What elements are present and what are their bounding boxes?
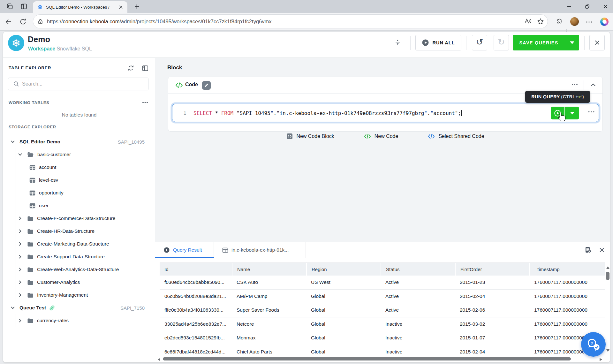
tree-item-create-web-analytics-data-structure[interactable]: Create-Web-Analytics-Data-Structure (3, 263, 155, 276)
extensions-icon[interactable] (556, 19, 563, 25)
tab-close-icon[interactable] (117, 4, 124, 11)
new-code-block-button[interactable]: New Code Block (286, 133, 334, 140)
tree-item-create-hr-data-structure[interactable]: Create-HR-Data-Structure (3, 225, 155, 238)
vertical-scroll-thumb[interactable] (606, 272, 609, 280)
tree-item-level-csv[interactable]: level-csv (3, 174, 155, 186)
play-circle-icon (422, 39, 429, 46)
tree-item-label: opportunity (39, 190, 64, 196)
window-close-button[interactable] (598, 0, 613, 13)
block-actions-row: New Code BlockNew CodeSelect Shared Code (168, 134, 603, 140)
read-aloud-icon[interactable] (524, 18, 532, 25)
horizontal-scroll-thumb[interactable] (163, 357, 571, 360)
favorites-star-icon[interactable] (537, 18, 544, 25)
chevron-right-icon[interactable] (18, 318, 22, 323)
table-cell: 2015-02-04 (455, 290, 529, 303)
table-row[interactable]: fffe0e30b4a34f01063330...Super Saver Foo… (160, 303, 605, 317)
table-row[interactable]: 06c0b954b0d2088e3da21...AM/PM CampGlobal… (160, 290, 605, 304)
search-input[interactable] (22, 81, 140, 87)
sql-editor[interactable]: 1 SELECT * FROM "SAPI_10495"."in.c-keboo… (172, 104, 599, 122)
table-row[interactable]: eb2dcd593e154801529fb...MonmaxGlobalInac… (160, 331, 605, 345)
address-bar[interactable]: https://connection.keboola.com/admin/pro… (33, 14, 548, 28)
scroll-up-arrow[interactable] (606, 266, 609, 269)
workspace-subtitle: Workspace Snowflake SQL (28, 46, 92, 52)
column-header-status[interactable]: Status (381, 263, 455, 276)
table-info-icon[interactable] (585, 246, 592, 254)
save-queries-button[interactable]: SAVE QUERIES (513, 35, 579, 50)
horizontal-scrollbar[interactable] (155, 356, 610, 362)
tree-item-currency-rates[interactable]: currency-rates (3, 314, 155, 327)
action-label: New Code (375, 133, 398, 139)
run-query-dropdown[interactable] (565, 107, 579, 119)
url-text[interactable]: https://connection.keboola.com/admin/pro… (47, 19, 271, 25)
chevron-right-icon[interactable] (18, 293, 22, 297)
new-code-button[interactable]: New Code (364, 133, 398, 140)
tree-item-sql-editor-demo[interactable]: SQL Editor DemoSAPI_10495 (3, 135, 155, 148)
close-workspace-button[interactable] (589, 35, 605, 50)
new-tab-button[interactable] (133, 3, 140, 10)
tab-actions-icon[interactable] (20, 3, 27, 10)
tree-item-create-marketing-data-structure[interactable]: Create-Marketing-Data-Structure (3, 238, 155, 250)
undo-button[interactable]: ↺ (472, 35, 487, 50)
tree-item-queue-test[interactable]: Queue TestSAPI_7150 (3, 301, 155, 314)
window-minimize-button[interactable] (562, 0, 576, 13)
working-tables-menu-icon[interactable] (142, 101, 148, 104)
tree-item-account[interactable]: account (3, 161, 155, 174)
chevron-right-icon[interactable] (18, 229, 22, 233)
copilot-icon[interactable] (600, 18, 609, 26)
sidebar-refresh-icon[interactable] (128, 65, 134, 71)
lock-icon[interactable] (38, 19, 43, 24)
refresh-icon[interactable] (19, 18, 26, 25)
browser-menu-icon[interactable] (586, 20, 592, 24)
query-menu-icon[interactable] (587, 110, 595, 113)
chevron-right-icon[interactable] (18, 216, 22, 221)
tree-item-user[interactable]: user (3, 199, 155, 212)
code-card-menu-icon[interactable] (571, 83, 578, 86)
window-restore-button[interactable] (580, 0, 594, 13)
sidebar-panel-toggle-icon[interactable] (142, 65, 148, 72)
workspaces-icon[interactable] (6, 3, 13, 10)
scroll-right-arrow[interactable] (600, 358, 602, 361)
column-header-id[interactable]: Id (160, 263, 232, 276)
select-shared-code-button[interactable]: Select Shared Code (428, 133, 484, 140)
back-icon[interactable] (5, 18, 12, 25)
tree-item-create-e-commerce-data-structure[interactable]: Create-E-commerce-Data-Structure (3, 212, 155, 225)
table-row[interactable]: f030ed64cbc8babbe5090...CSK AutoUS WestA… (160, 276, 605, 290)
chevron-down-icon[interactable] (18, 152, 22, 157)
help-chat-button[interactable]: ? (581, 332, 606, 357)
column-header-firstorder[interactable]: FirstOrder (455, 263, 529, 276)
sql-code-line[interactable]: SELECT * FROM "SAPI_10495"."in.c-keboola… (193, 110, 462, 116)
column-header-name[interactable]: Name (232, 263, 306, 276)
tab-result-table[interactable]: in.c-keboola-ex-http-01k... (214, 242, 306, 258)
chevron-right-icon[interactable] (18, 280, 22, 284)
chevron-down-icon[interactable] (11, 140, 15, 144)
table-row[interactable]: 6c66f7dbaf44818c2cd44d...Chief Auto Part… (160, 345, 605, 356)
column-header-timestamp[interactable]: _timestamp (529, 263, 605, 276)
browser-tab[interactable]: SQL Editor Demo - Workspaces / (33, 1, 127, 13)
edit-code-name-button[interactable] (202, 81, 211, 90)
close-panel-icon[interactable] (599, 247, 605, 253)
chevron-right-icon[interactable] (18, 267, 22, 272)
workspace-link[interactable]: Workspace (28, 46, 55, 51)
tree-item-inventory-management[interactable]: Inventory-Management (3, 289, 155, 301)
save-queries-dropdown[interactable] (565, 35, 579, 50)
column-header-region[interactable]: Region (306, 263, 381, 276)
profile-avatar[interactable] (570, 17, 579, 26)
tree-item-opportunity[interactable]: opportunity (3, 186, 155, 199)
scroll-down-arrow[interactable] (606, 349, 609, 352)
tree-item-create-support-data-structure[interactable]: Create-Support-Data-Structure (3, 250, 155, 263)
chevron-down-icon[interactable] (11, 306, 15, 310)
collapse-blocks-icon[interactable] (395, 39, 401, 45)
vertical-scrollbar[interactable] (606, 264, 610, 355)
tab-query-result[interactable]: Query Result (155, 242, 214, 258)
folder-icon (27, 229, 34, 234)
chevron-right-icon[interactable] (18, 254, 22, 259)
sidebar-search[interactable] (8, 78, 148, 90)
redo-button[interactable]: ↻ (494, 35, 509, 50)
chevron-right-icon[interactable] (18, 242, 22, 246)
scroll-left-arrow[interactable] (158, 358, 160, 361)
tree-item-basic-customer[interactable]: basic-customer (3, 148, 155, 161)
tree-item-customer-analytics[interactable]: Customer-Analytics (3, 276, 155, 289)
table-row[interactable]: 33025ad4a425b6ee832e7...NetcoreGlobalIna… (160, 317, 605, 331)
collapse-card-icon[interactable] (590, 82, 596, 88)
run-all-button[interactable]: RUN ALL (415, 35, 461, 50)
